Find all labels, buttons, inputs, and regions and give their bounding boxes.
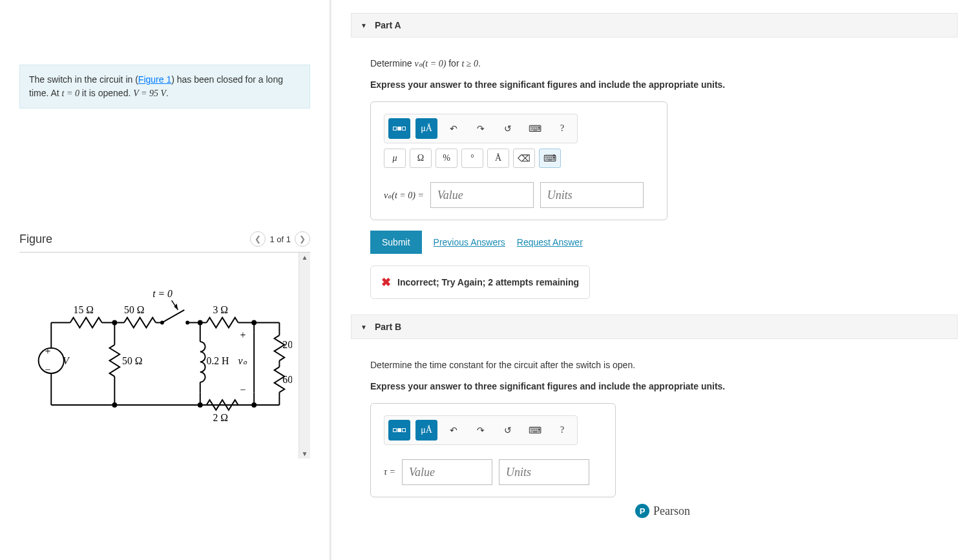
keyboard-button[interactable]: ⌨ bbox=[524, 118, 546, 139]
problem-text: . bbox=[166, 88, 169, 98]
caret-down-icon: ▼ bbox=[361, 22, 367, 29]
label-r15: 15 Ω bbox=[74, 304, 94, 315]
problem-text: it is opened. bbox=[79, 88, 133, 98]
label-minus: − bbox=[240, 384, 246, 395]
part-a-submit-row: Submit Previous Answers Request Answer bbox=[370, 231, 955, 254]
figure-scrollbar[interactable]: ▲ ▼ bbox=[299, 253, 310, 459]
figure-title: Figure bbox=[19, 233, 52, 246]
scroll-down-icon[interactable]: ▼ bbox=[302, 450, 308, 457]
part-b-header[interactable]: ▼ Part B bbox=[351, 315, 958, 339]
part-a-question: Determine vₒ(t = 0) for t ≥ 0. bbox=[370, 57, 955, 70]
reset-button[interactable]: ↺ bbox=[497, 118, 519, 139]
svg-point-15 bbox=[39, 348, 64, 373]
redo-button[interactable]: ↷ bbox=[470, 420, 492, 441]
part-a-field-label: vₒ(t = 0) = bbox=[384, 190, 424, 201]
template-tool-button[interactable] bbox=[388, 420, 410, 441]
figure-link[interactable]: Figure 1 bbox=[138, 74, 171, 85]
part-a-answer-box: μÅ ↶ ↷ ↺ ⌨ ? μ Ω % ° Å ⌫ ⌨̂ vₒ(t = bbox=[370, 101, 667, 220]
percent-button[interactable]: % bbox=[436, 149, 457, 168]
label-src-minus: − bbox=[45, 364, 50, 375]
label-r20: 20 Ω bbox=[282, 339, 292, 350]
part-a-field-row: vₒ(t = 0) = bbox=[384, 182, 654, 208]
submit-button[interactable]: Submit bbox=[370, 231, 422, 254]
incorrect-icon: ✖ bbox=[381, 275, 391, 289]
undo-button[interactable]: ↶ bbox=[443, 118, 465, 139]
part-b-answer-box: μÅ ↶ ↷ ↺ ⌨ ? τ = bbox=[370, 403, 616, 497]
scroll-up-icon[interactable]: ▲ bbox=[302, 254, 308, 261]
part-a-header[interactable]: ▼ Part A bbox=[351, 13, 958, 37]
part-b-question: Determine the time constant for the circ… bbox=[370, 358, 955, 372]
figure-body: t = 0 15 Ω 50 Ω 3 Ω V + − 50 Ω 0.2 H vₒ bbox=[19, 253, 310, 459]
label-r50b: 50 Ω bbox=[122, 355, 142, 366]
help-button[interactable]: ? bbox=[551, 118, 573, 139]
problem-statement: The switch in the circuit in (Figure 1) … bbox=[19, 65, 310, 109]
part-a-title: Part A bbox=[375, 20, 401, 30]
template-tool-button[interactable] bbox=[388, 118, 410, 139]
part-b-value-input[interactable] bbox=[402, 459, 492, 485]
part-a-value-input[interactable] bbox=[430, 182, 534, 208]
feedback-text: Incorrect; Try Again; 2 attempts remaini… bbox=[397, 277, 579, 287]
part-b-instruction: Express your answer to three significant… bbox=[370, 381, 955, 391]
part-b-toolbar: μÅ ↶ ↷ ↺ ⌨ ? bbox=[384, 415, 578, 445]
qa-text: Determine bbox=[370, 58, 414, 68]
angstrom-button[interactable]: Å bbox=[487, 149, 509, 168]
part-a-feedback: ✖ Incorrect; Try Again; 2 attempts remai… bbox=[370, 265, 590, 299]
label-src-plus: + bbox=[45, 346, 50, 357]
label-r3: 3 Ω bbox=[213, 304, 227, 315]
problem-text: The switch in the circuit in ( bbox=[29, 74, 138, 85]
label-plus: + bbox=[240, 329, 246, 340]
mu-button[interactable]: μ bbox=[384, 149, 406, 168]
part-a-toolbar-row2: μ Ω % ° Å ⌫ ⌨̂ bbox=[384, 149, 654, 168]
figure-pager-text: 1 of 1 bbox=[269, 234, 291, 244]
qa-text: for bbox=[446, 58, 461, 68]
label-vo: vₒ bbox=[238, 355, 247, 366]
undo-button[interactable]: ↶ bbox=[443, 420, 465, 441]
reset-button[interactable]: ↺ bbox=[497, 420, 519, 441]
keyboard-shortcut-button[interactable]: ⌨̂ bbox=[539, 149, 561, 168]
backspace-button[interactable]: ⌫ bbox=[513, 149, 535, 168]
keyboard-button[interactable]: ⌨ bbox=[524, 420, 546, 441]
problem-t-expr: t = 0 bbox=[62, 88, 79, 98]
units-picker-button[interactable]: μÅ bbox=[415, 118, 437, 139]
circuit-diagram: t = 0 15 Ω 50 Ω 3 Ω V + − 50 Ω 0.2 H vₒ bbox=[19, 253, 299, 459]
help-button[interactable]: ? bbox=[551, 420, 573, 441]
page-root: The switch in the circuit in (Figure 1) … bbox=[0, 0, 977, 560]
figure-next-button[interactable]: ❯ bbox=[295, 231, 310, 247]
label-t0: t = 0 bbox=[152, 288, 173, 299]
label-r2: 2 Ω bbox=[213, 412, 227, 423]
degree-button[interactable]: ° bbox=[461, 149, 483, 168]
previous-answers-link[interactable]: Previous Answers bbox=[434, 237, 505, 247]
part-b-title: Part B bbox=[375, 322, 401, 332]
figure-pager: ❮ 1 of 1 ❯ bbox=[250, 231, 310, 247]
units-picker-button[interactable]: μÅ bbox=[415, 420, 437, 441]
label-r60: 60 Ω bbox=[282, 374, 292, 385]
part-a-toolbar: μÅ ↶ ↷ ↺ ⌨ ? bbox=[384, 114, 578, 143]
circuit-svg: t = 0 15 Ω 50 Ω 3 Ω V + − 50 Ω 0.2 H vₒ bbox=[26, 272, 292, 437]
figure-section: Figure ❮ 1 of 1 ❯ bbox=[19, 231, 310, 459]
footer: P Pearson bbox=[370, 497, 955, 524]
caret-down-icon: ▼ bbox=[361, 324, 367, 331]
qa-expr: vₒ(t = 0) bbox=[414, 59, 446, 68]
figure-prev-button[interactable]: ❮ bbox=[250, 231, 266, 247]
part-a-units-input[interactable] bbox=[540, 182, 644, 208]
problem-v-expr: V = 95 V bbox=[133, 88, 166, 98]
part-b-units-input[interactable] bbox=[499, 459, 589, 485]
redo-button[interactable]: ↷ bbox=[470, 118, 492, 139]
request-answer-link[interactable]: Request Answer bbox=[517, 237, 583, 247]
part-a-instruction: Express your answer to three significant… bbox=[370, 79, 955, 90]
qa-text: . bbox=[478, 58, 481, 68]
part-b-body: Determine the time constant for the circ… bbox=[351, 339, 958, 540]
qa-cond: t ≥ 0 bbox=[461, 59, 478, 68]
part-b-field-label: τ = bbox=[384, 467, 395, 477]
svg-line-6 bbox=[162, 310, 184, 323]
omega-button[interactable]: Ω bbox=[410, 149, 432, 168]
label-V: V bbox=[63, 355, 70, 366]
label-r50a: 50 Ω bbox=[124, 304, 144, 315]
pearson-logo-icon: P bbox=[635, 504, 649, 518]
right-pane: ▼ Part A Determine vₒ(t = 0) for t ≥ 0. … bbox=[331, 0, 977, 560]
part-b-field-row: τ = bbox=[384, 459, 602, 485]
left-pane: The switch in the circuit in (Figure 1) … bbox=[0, 0, 330, 560]
figure-header: Figure ❮ 1 of 1 ❯ bbox=[19, 231, 310, 253]
label-L: 0.2 H bbox=[207, 355, 229, 366]
part-a-body: Determine vₒ(t = 0) for t ≥ 0. Express y… bbox=[351, 37, 958, 315]
